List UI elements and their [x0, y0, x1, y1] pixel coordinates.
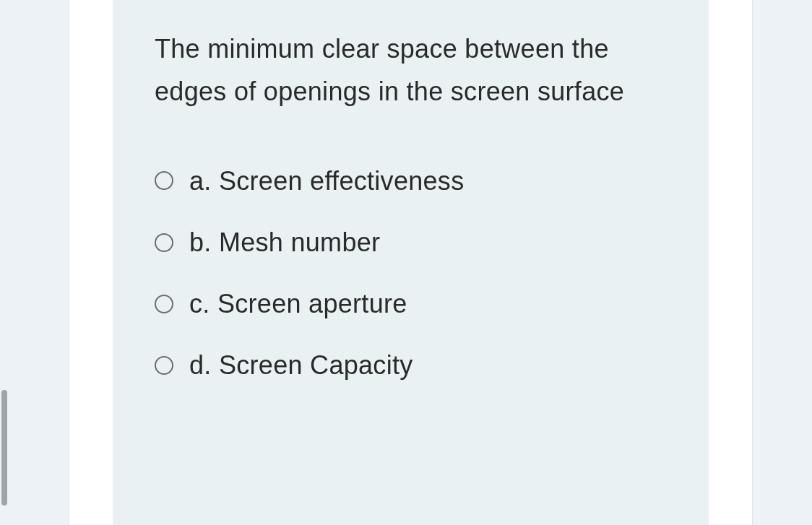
option-letter: a.	[189, 166, 212, 196]
question-card: The minimum clear space between the edge…	[113, 0, 709, 525]
option-label: d. Screen Capacity	[189, 350, 413, 381]
question-text: The minimum clear space between the edge…	[155, 27, 667, 113]
option-b[interactable]: b. Mesh number	[155, 227, 667, 258]
radio-icon	[155, 295, 173, 313]
option-d[interactable]: d. Screen Capacity	[155, 350, 667, 381]
radio-icon	[155, 356, 173, 375]
radio-icon	[155, 171, 173, 190]
option-text: Screen aperture	[217, 289, 407, 318]
option-label: a. Screen effectiveness	[189, 165, 464, 196]
option-letter: b.	[189, 227, 212, 257]
option-label: b. Mesh number	[189, 227, 380, 258]
options-list: a. Screen effectiveness b. Mesh number c…	[155, 165, 667, 381]
option-text: Mesh number	[219, 227, 380, 257]
option-text: Screen Capacity	[219, 350, 413, 380]
radio-icon	[155, 233, 173, 252]
option-letter: d.	[189, 350, 212, 380]
option-label: c. Screen aperture	[189, 288, 407, 319]
option-letter: c.	[189, 289, 210, 318]
option-text: Screen effectiveness	[219, 166, 465, 196]
scrollbar-thumb[interactable]	[1, 390, 7, 506]
option-a[interactable]: a. Screen effectiveness	[155, 165, 667, 196]
content-panel: The minimum clear space between the edge…	[69, 0, 753, 525]
option-c[interactable]: c. Screen aperture	[155, 288, 667, 319]
